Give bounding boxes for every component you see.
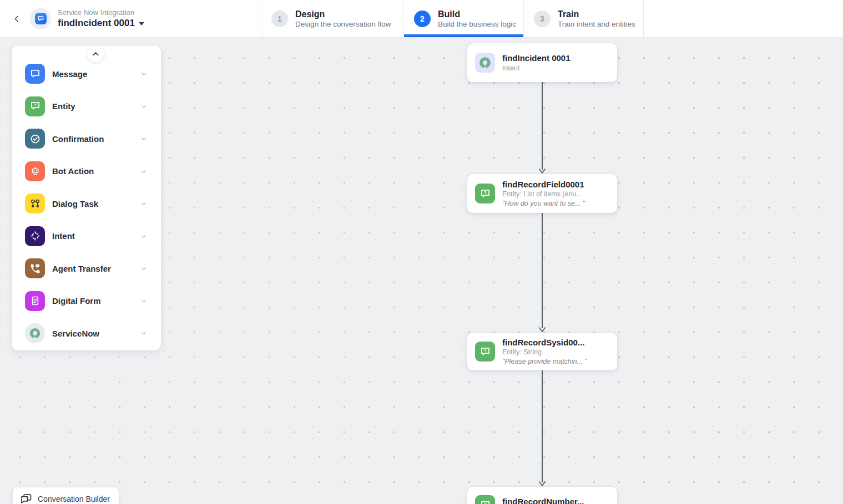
palette-item-entity[interactable]: ? Entity: [12, 90, 161, 123]
chevron-down-icon[interactable]: [140, 232, 148, 240]
node-subtitle: Intent: [502, 64, 571, 73]
chevron-up-icon: [92, 50, 100, 58]
node-title: findRecordField0001: [502, 179, 585, 190]
conversation-builder-badge[interactable]: Conversation Builder: [12, 487, 119, 504]
entity-icon: ?: [475, 495, 495, 504]
palette-item-bot-action[interactable]: Bot Action: [12, 155, 161, 188]
intent-icon: [25, 226, 45, 246]
step-number: 2: [414, 11, 431, 27]
palette-item-intent[interactable]: Intent: [12, 220, 161, 253]
confirmation-icon: [25, 129, 45, 149]
message-icon: [25, 64, 45, 84]
chevron-left-icon: [12, 14, 21, 23]
palette-item-label: Entity: [52, 101, 140, 111]
node-subtitle: Entity: List of items (enu...: [502, 190, 585, 199]
node-prompt: "How do you want to se... ": [502, 199, 585, 208]
step-title: Train: [558, 9, 635, 21]
entity-icon: ?: [475, 184, 495, 203]
tab-train[interactable]: 3 Train Train intent and entities: [523, 0, 644, 37]
palette-item-label: Intent: [52, 231, 140, 241]
chat-bubbles-icon: [19, 492, 33, 504]
palette-item-label: Bot Action: [52, 166, 140, 176]
chevron-down-icon[interactable]: [140, 70, 148, 78]
palette-item-agent-transfer[interactable]: Agent Transfer: [12, 252, 161, 285]
node-title: findRecordNumber...: [502, 496, 584, 504]
tab-design[interactable]: 1 Design Design the conversation flow: [261, 0, 403, 37]
task-name-dropdown[interactable]: findIncident 0001: [58, 17, 144, 29]
digital-form-icon: [25, 291, 45, 311]
chevron-down-icon[interactable]: [140, 200, 148, 207]
step-number: 1: [271, 11, 288, 27]
agent-transfer-icon: [25, 258, 45, 278]
back-button[interactable]: [8, 10, 26, 28]
servicenow-intent-icon: [475, 53, 495, 73]
chevron-down-icon[interactable]: [140, 329, 148, 337]
palette-item-label: Digital Form: [52, 296, 140, 306]
palette-item-label: Dialog Task: [52, 199, 140, 208]
top-header: Service Now Integration findIncident 000…: [0, 0, 843, 38]
dialog-task-icon: [25, 194, 45, 213]
chevron-down-icon[interactable]: [140, 264, 148, 272]
app-name-label: Service Now Integration: [58, 8, 144, 17]
chevron-down-icon[interactable]: [140, 167, 148, 175]
step-subtitle: Build the business logic: [438, 20, 516, 28]
svg-text:?: ?: [484, 190, 487, 195]
header-task-info: Service Now Integration findIncident 000…: [0, 0, 261, 37]
node-title: findIncident 0001: [502, 53, 571, 64]
flow-node-findrecordsysid[interactable]: ? findRecordSysid00... Entity: String "P…: [467, 333, 617, 370]
step-number: 3: [534, 11, 551, 27]
badge-label: Conversation Builder: [38, 495, 110, 503]
node-palette: Message ? Entity Confirmation Bot Action: [12, 45, 161, 350]
palette-item-servicenow[interactable]: ServiceNow: [12, 317, 161, 350]
chevron-down-icon[interactable]: [140, 103, 148, 110]
palette-item-label: ServiceNow: [52, 329, 140, 338]
connector-arrow: [538, 213, 546, 333]
bot-action-icon: [25, 161, 45, 181]
node-subtitle: Entity: String: [502, 348, 587, 357]
flow-canvas[interactable]: Message ? Entity Confirmation Bot Action: [0, 38, 843, 504]
step-title: Build: [438, 9, 516, 21]
palette-item-label: Agent Transfer: [52, 264, 140, 273]
palette-item-label: Message: [52, 69, 140, 79]
palette-item-label: Confirmation: [52, 134, 140, 144]
svg-text:?: ?: [34, 103, 37, 108]
flow-node-findrecordnumber[interactable]: ? findRecordNumber...: [467, 487, 617, 504]
task-name-label: findIncident 0001: [58, 17, 135, 29]
palette-item-message[interactable]: Message: [12, 58, 161, 90]
node-title: findRecordSysid00...: [502, 337, 587, 348]
step-title: Design: [295, 9, 391, 21]
flow-node-findincident[interactable]: findIncident 0001 Intent: [467, 43, 617, 82]
node-prompt: "Please provide matchin... ": [502, 357, 587, 366]
svg-text:?: ?: [484, 502, 487, 504]
svg-text:?: ?: [484, 348, 487, 353]
palette-item-digital-form[interactable]: Digital Form: [12, 285, 161, 318]
flow-node-findrecordfield[interactable]: ? findRecordField0001 Entity: List of it…: [467, 174, 617, 213]
palette-collapse-button[interactable]: [87, 45, 104, 62]
palette-item-confirmation[interactable]: Confirmation: [12, 123, 161, 155]
step-subtitle: Design the conversation flow: [295, 20, 391, 28]
entity-icon: ?: [475, 342, 495, 362]
entity-icon: ?: [25, 96, 45, 116]
chevron-down-icon[interactable]: [140, 135, 148, 142]
app-avatar: [30, 8, 51, 29]
connector-arrow: [538, 370, 546, 487]
caret-down-icon: [139, 22, 144, 26]
step-subtitle: Train intent and entities: [558, 20, 635, 28]
bot-app-icon: [35, 13, 47, 24]
tab-build[interactable]: 2 Build Build the business logic: [403, 0, 523, 37]
servicenow-icon: [25, 323, 45, 343]
palette-item-dialog-task[interactable]: Dialog Task: [12, 187, 161, 220]
chevron-down-icon[interactable]: [140, 297, 148, 305]
connector-arrow: [538, 82, 546, 174]
workflow-steps: 1 Design Design the conversation flow 2 …: [261, 0, 644, 37]
